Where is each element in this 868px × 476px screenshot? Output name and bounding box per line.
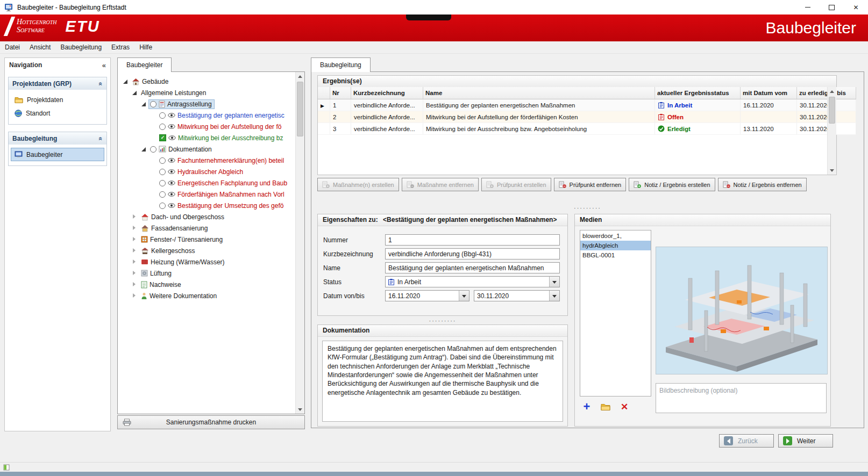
tree-scrollbar[interactable]: [295, 72, 304, 414]
column-header-kurzbezeichnung[interactable]: Kurzbezeichnung: [351, 87, 423, 99]
radio-icon[interactable]: [150, 146, 156, 153]
column-header-zu-erledigen-bis[interactable]: zu erledigen bis: [797, 87, 856, 99]
tree-item-allgemeine-leistungen[interactable]: Allgemeine Leistungen: [118, 87, 295, 98]
splitter-grip[interactable]: ·········: [429, 319, 457, 323]
nav-item-standort[interactable]: Standort: [11, 106, 104, 120]
scroll-up-icon[interactable]: [296, 72, 304, 81]
documentation-text[interactable]: Bestätigung der geplanten energetischen …: [322, 341, 563, 422]
radio-icon[interactable]: [159, 169, 166, 175]
tab-baubegleiter[interactable]: Baubegleiter: [117, 57, 172, 72]
datum-bis-select[interactable]: 30.11.2020: [474, 290, 560, 301]
action-pruefpunkt-entfernen[interactable]: Prüfpunkt entfernen: [554, 178, 627, 191]
table-row[interactable]: ▶1verbindliche Anforde...Bestätigung der…: [318, 99, 856, 111]
datum-von-select[interactable]: 16.11.2020: [385, 290, 469, 301]
collapse-panel-icon[interactable]: «: [102, 61, 106, 69]
print-renovation-button[interactable]: Sanierungsmaßnahme drucken: [117, 415, 305, 429]
tree-item-dach-und-obergeschoss[interactable]: Dach- und Obergeschoss: [118, 211, 295, 222]
action-notiz-ergebnis-entfernen[interactable]: Notiz / Ergebnis entfernen: [718, 178, 807, 191]
expander-icon[interactable]: [141, 146, 147, 152]
minimize-button[interactable]: [795, 0, 820, 15]
radio-icon[interactable]: [159, 180, 166, 186]
column-header-nr[interactable]: Nr: [330, 87, 351, 99]
status-select[interactable]: In Arbeit: [385, 276, 560, 287]
menu-ansicht[interactable]: Ansicht: [25, 42, 55, 53]
tree-item-foerderfaehigen-massnahmen-nach-vorl[interactable]: Förderfähigen Maßnahmen nach Vorl: [118, 189, 295, 200]
action-notiz-ergebnis-erstellen[interactable]: Notiz / Ergebnis erstellen: [629, 178, 715, 191]
tree-item-antragsstellung[interactable]: Antragsstellung: [118, 98, 295, 110]
menu-datei[interactable]: Datei: [0, 42, 25, 53]
nav-item-baubegleiter[interactable]: Baubegleiter: [11, 148, 104, 161]
tree-item-gebaeude[interactable]: Gebäude: [118, 76, 295, 87]
column-header-aktueller-ergebnisstatus[interactable]: aktueller Ergebnisstatus: [655, 87, 741, 99]
tree-item-nachweise[interactable]: Nachweise: [118, 279, 295, 290]
table-row[interactable]: 2verbindliche Anforde...Mitwirkung bei d…: [318, 111, 856, 123]
tree-item-fenster-tuerensanierung[interactable]: Fenster-/ Türensanierung: [118, 234, 295, 245]
radio-icon[interactable]: [159, 191, 166, 198]
dropdown-icon[interactable]: [549, 291, 559, 301]
expander-icon[interactable]: [132, 214, 138, 220]
expander-icon[interactable]: [132, 293, 138, 299]
back-button[interactable]: Zurück: [719, 434, 774, 448]
expander-icon[interactable]: [132, 248, 138, 254]
tree-item-mitwirkung-bei-der-ausschreibung-bz[interactable]: ✓Mitwirkung bei der Ausschreibung bz: [118, 132, 295, 143]
expander-icon[interactable]: [132, 225, 138, 231]
expander-icon[interactable]: [132, 236, 138, 242]
maximize-button[interactable]: [820, 0, 844, 15]
tree-item-dokumentation[interactable]: Dokumentation: [118, 143, 295, 155]
dropdown-icon[interactable]: [549, 277, 559, 287]
expander-icon[interactable]: [141, 101, 147, 107]
tree-item-weitere-dokumentation[interactable]: Weitere Dokumentation: [118, 290, 295, 301]
radio-icon[interactable]: [159, 203, 166, 209]
name-field[interactable]: [385, 262, 560, 273]
nummer-field[interactable]: [385, 234, 560, 246]
scroll-thumb[interactable]: [829, 97, 835, 124]
expander-icon[interactable]: [132, 259, 138, 265]
app-icon[interactable]: [4, 3, 13, 12]
scroll-up-icon[interactable]: [828, 87, 836, 96]
media-caption-input[interactable]: [656, 383, 827, 413]
add-media-button[interactable]: +: [580, 400, 594, 413]
expander-icon[interactable]: [123, 78, 129, 84]
expander-icon[interactable]: [132, 270, 138, 276]
radio-icon[interactable]: [159, 112, 166, 119]
tab-baubegleitung[interactable]: Baubegleitung: [311, 57, 371, 72]
column-header-name[interactable]: Name: [423, 87, 655, 99]
nav-group-header[interactable]: Projektdaten (GRP)«: [9, 77, 106, 90]
nav-item-projektdaten[interactable]: Projektdaten: [11, 93, 104, 106]
scroll-thumb[interactable]: [297, 82, 303, 136]
tree-item-lueftung[interactable]: Lüftung: [118, 268, 295, 279]
nav-group-header[interactable]: Baubegleitung«: [9, 132, 106, 145]
menu-hilfe[interactable]: Hilfe: [134, 42, 157, 53]
tree-item-heizung-waerme-wasser[interactable]: Heizung (Wärme/Wasser): [118, 256, 295, 268]
tree-item-hydraulischer-abgleich[interactable]: Hydraulischer Abgleich: [118, 166, 295, 177]
radio-icon[interactable]: [150, 101, 156, 107]
tree-item-fassadensanierung[interactable]: Fassadensanierung: [118, 222, 295, 234]
tree-item-mitwirkung-bei-der-aufstellung-der-foe[interactable]: Mitwirkung bei der Aufstellung der fö: [118, 121, 295, 132]
open-media-button[interactable]: [599, 400, 613, 413]
table-row[interactable]: 3verbindliche Anforde...Mitwirkung bei d…: [318, 123, 856, 135]
kurzbezeichnung-field[interactable]: [385, 248, 560, 259]
delete-media-button[interactable]: ✕: [617, 400, 631, 413]
radio-icon[interactable]: [159, 157, 166, 164]
radio-icon[interactable]: [159, 124, 166, 130]
menu-baubegleitung[interactable]: Baubegleitung: [55, 42, 106, 53]
expander-icon[interactable]: [132, 90, 138, 96]
tree-item-bestaetigung-der-geplanten-energetisc[interactable]: Bestätigung der geplanten energetisc: [118, 110, 295, 121]
collapse-group-icon[interactable]: «: [97, 136, 105, 140]
tree-item-kellergeschoss[interactable]: Kellergeschoss: [118, 245, 295, 256]
tree-item-fachunternehmererklaerung-en-beteil[interactable]: Fachunternehmererklärung(en) beteil: [118, 155, 295, 166]
results-scrollbar[interactable]: [827, 87, 836, 175]
close-button[interactable]: ✕: [844, 0, 868, 15]
dropdown-icon[interactable]: [459, 291, 469, 301]
scroll-down-icon[interactable]: [828, 166, 836, 175]
tree-item-bestaetigung-der-umsetzung-des-gefoe[interactable]: Bestätigung der Umsetzung des gefö: [118, 200, 295, 211]
collapse-group-icon[interactable]: «: [97, 82, 105, 85]
checkbox-checked-icon[interactable]: ✓: [159, 134, 166, 141]
menu-extras[interactable]: Extras: [106, 42, 134, 53]
expander-icon[interactable]: [132, 282, 138, 287]
splitter-grip[interactable]: ·········: [574, 206, 601, 210]
tree-item-energetischen-fachplanung-und-baub[interactable]: Energetischen Fachplanung und Baub: [118, 177, 295, 189]
column-header-mit-datum-vom[interactable]: mit Datum vom: [741, 87, 797, 99]
media-item-hydrabgleich[interactable]: hydrAbgleich: [580, 241, 651, 250]
scroll-down-icon[interactable]: [296, 405, 304, 414]
